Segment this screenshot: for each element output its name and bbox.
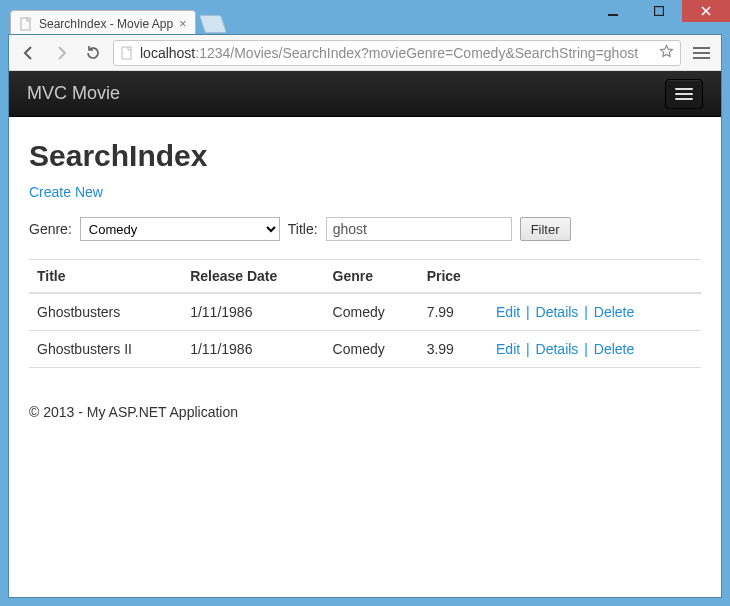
col-genre: Genre — [325, 260, 419, 294]
table-row: Ghostbusters II 1/11/1986 Comedy 3.99 Ed… — [29, 331, 701, 368]
page-footer: © 2013 - My ASP.NET Application — [9, 380, 721, 430]
edit-link[interactable]: Edit — [496, 341, 520, 357]
browser-tab-title: SearchIndex - Movie App — [39, 17, 173, 31]
col-release: Release Date — [182, 260, 324, 294]
cell-release: 1/11/1986 — [182, 331, 324, 368]
page-content: SearchIndex Create New Genre: Comedy Tit… — [9, 117, 721, 380]
page-favicon-icon — [19, 17, 33, 31]
cell-title: Ghostbusters — [29, 293, 182, 331]
col-actions — [488, 260, 701, 294]
table-header-row: Title Release Date Genre Price — [29, 260, 701, 294]
create-new-link[interactable]: Create New — [29, 184, 103, 200]
details-link[interactable]: Details — [536, 341, 579, 357]
page-icon — [120, 46, 134, 60]
cell-price: 7.99 — [419, 293, 488, 331]
svg-rect-1 — [655, 7, 664, 16]
svg-rect-4 — [21, 18, 30, 30]
browser-tab[interactable]: SearchIndex - Movie App × — [10, 10, 196, 36]
browser-tabstrip: SearchIndex - Movie App × — [10, 8, 224, 36]
cell-actions: Edit | Details | Delete — [488, 293, 701, 331]
back-button[interactable] — [17, 41, 41, 65]
browser-toolbar: localhost:1234/Movies/SearchIndex?movieG… — [9, 35, 721, 71]
title-input[interactable] — [326, 217, 512, 241]
tab-close-icon[interactable]: × — [179, 17, 187, 30]
page-body: MVC Movie SearchIndex Create New Genre: … — [9, 71, 721, 597]
search-form: Genre: Comedy Title: Filter — [29, 217, 701, 241]
separator: | — [578, 341, 593, 357]
site-navbar: MVC Movie — [9, 71, 721, 117]
details-link[interactable]: Details — [536, 304, 579, 320]
edit-link[interactable]: Edit — [496, 304, 520, 320]
app-window: SearchIndex - Movie App × localhost:1234… — [0, 0, 730, 606]
window-minimize-button[interactable] — [590, 0, 636, 22]
title-label: Title: — [288, 221, 318, 237]
genre-select[interactable]: Comedy — [80, 217, 280, 241]
hamburger-line-icon — [675, 93, 693, 95]
hamburger-line-icon — [675, 88, 693, 90]
cell-price: 3.99 — [419, 331, 488, 368]
svg-rect-5 — [122, 47, 131, 59]
delete-link[interactable]: Delete — [594, 304, 634, 320]
svg-rect-8 — [693, 57, 710, 59]
col-title: Title — [29, 260, 182, 294]
genre-label: Genre: — [29, 221, 72, 237]
address-bar[interactable]: localhost:1234/Movies/SearchIndex?movieG… — [113, 40, 681, 66]
url-text: localhost:1234/Movies/SearchIndex?movieG… — [140, 45, 653, 61]
svg-rect-6 — [693, 47, 710, 49]
svg-rect-7 — [693, 52, 710, 54]
url-host: localhost — [140, 45, 195, 61]
navbar-brand[interactable]: MVC Movie — [27, 83, 120, 104]
forward-button[interactable] — [49, 41, 73, 65]
window-maximize-button[interactable] — [636, 0, 682, 22]
cell-actions: Edit | Details | Delete — [488, 331, 701, 368]
footer-text: © 2013 - My ASP.NET Application — [29, 404, 238, 420]
delete-link[interactable]: Delete — [594, 341, 634, 357]
separator: | — [578, 304, 593, 320]
reload-button[interactable] — [81, 41, 105, 65]
filter-button[interactable]: Filter — [520, 217, 571, 241]
browser-menu-button[interactable] — [689, 41, 713, 65]
cell-genre: Comedy — [325, 293, 419, 331]
separator: | — [520, 304, 535, 320]
new-tab-button[interactable] — [199, 15, 227, 33]
movies-table: Title Release Date Genre Price Ghostbust… — [29, 259, 701, 368]
cell-release: 1/11/1986 — [182, 293, 324, 331]
url-path: :1234/Movies/SearchIndex?movieGenre=Come… — [195, 45, 638, 61]
col-price: Price — [419, 260, 488, 294]
separator: | — [520, 341, 535, 357]
table-row: Ghostbusters 1/11/1986 Comedy 7.99 Edit … — [29, 293, 701, 331]
browser-client: localhost:1234/Movies/SearchIndex?movieG… — [8, 34, 722, 598]
cell-genre: Comedy — [325, 331, 419, 368]
bookmark-star-icon[interactable] — [659, 44, 674, 62]
svg-rect-0 — [608, 14, 618, 16]
cell-title: Ghostbusters II — [29, 331, 182, 368]
navbar-toggle-button[interactable] — [665, 79, 703, 109]
hamburger-line-icon — [675, 98, 693, 100]
window-close-button[interactable] — [682, 0, 730, 22]
page-title: SearchIndex — [29, 139, 701, 173]
